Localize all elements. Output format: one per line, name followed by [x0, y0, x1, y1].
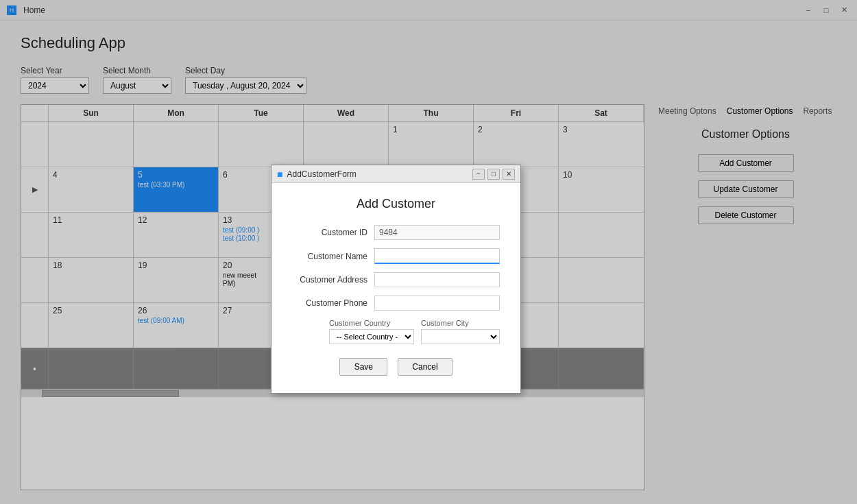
customer-address-row: Customer Address	[292, 272, 500, 287]
customer-phone-row: Customer Phone	[292, 296, 500, 311]
country-group: Customer Country -- Select Country -	[329, 319, 414, 344]
customer-name-label: Customer Name	[292, 252, 367, 261]
city-select[interactable]	[421, 329, 500, 344]
country-label: Customer Country	[329, 319, 414, 327]
modal-overlay: ■ AddCustomerForm − □ ✕ Add Customer Cus…	[0, 0, 857, 504]
customer-id-row: Customer ID	[292, 225, 500, 240]
customer-id-field[interactable]	[374, 225, 500, 240]
form-buttons: Save Cancel	[292, 358, 500, 376]
country-city-row: Customer Country -- Select Country - Cus…	[292, 319, 500, 344]
modal-titlebar-controls: − □ ✕	[472, 169, 515, 180]
modal-close-button[interactable]: ✕	[503, 169, 515, 180]
customer-name-field[interactable]	[374, 248, 500, 264]
customer-address-label: Customer Address	[292, 275, 367, 285]
customer-phone-field[interactable]	[374, 296, 500, 311]
modal-maximize-button[interactable]: □	[487, 169, 500, 180]
save-button[interactable]: Save	[339, 358, 387, 376]
add-customer-modal: ■ AddCustomerForm − □ ✕ Add Customer Cus…	[271, 165, 521, 394]
country-select[interactable]: -- Select Country -	[329, 329, 414, 344]
customer-id-label: Customer ID	[292, 228, 367, 237]
modal-form-title: Add Customer	[292, 197, 500, 211]
customer-address-field[interactable]	[374, 272, 500, 287]
modal-minimize-button[interactable]: −	[472, 169, 485, 180]
modal-titlebar: ■ AddCustomerForm − □ ✕	[271, 165, 520, 183]
modal-titlebar-left: ■ AddCustomerForm	[277, 169, 357, 180]
modal-title-text: AddCustomerForm	[287, 169, 356, 179]
cancel-button[interactable]: Cancel	[398, 358, 452, 376]
modal-app-icon: ■	[277, 169, 282, 180]
city-group: Customer City	[421, 319, 500, 344]
customer-name-row: Customer Name	[292, 248, 500, 264]
city-label: Customer City	[421, 319, 500, 327]
customer-phone-label: Customer Phone	[292, 298, 367, 308]
modal-body: Add Customer Customer ID Customer Name C…	[271, 183, 520, 393]
